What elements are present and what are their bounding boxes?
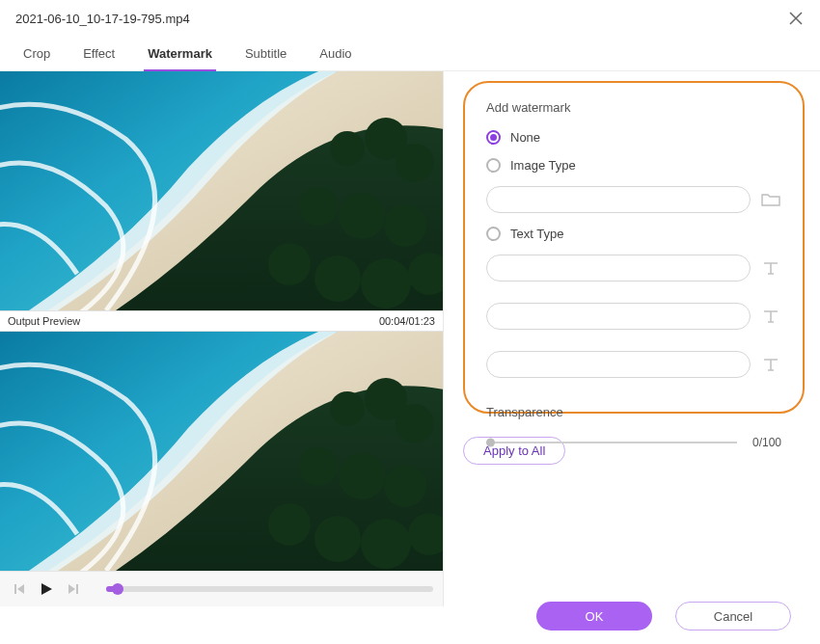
- svg-point-17: [384, 465, 426, 507]
- tab-crop[interactable]: Crop: [21, 40, 52, 70]
- svg-point-16: [339, 453, 385, 499]
- radio-icon: [486, 158, 501, 173]
- transparence-label: Transparence: [486, 405, 781, 419]
- tab-audio[interactable]: Audio: [317, 40, 353, 70]
- folder-icon[interactable]: [760, 190, 781, 209]
- svg-point-6: [384, 204, 426, 247]
- svg-point-1: [330, 131, 365, 166]
- radio-image-label: Image Type: [510, 158, 576, 173]
- text-style-icon[interactable]: [760, 258, 781, 278]
- svg-point-7: [268, 243, 311, 285]
- svg-point-20: [361, 519, 411, 569]
- radio-icon: [486, 227, 501, 241]
- svg-point-9: [361, 258, 411, 309]
- radio-none[interactable]: None: [486, 130, 781, 145]
- output-preview-label: Output Preview: [8, 315, 80, 327]
- radio-text-type[interactable]: Text Type: [486, 227, 781, 241]
- svg-point-3: [396, 144, 434, 182]
- transparence-slider[interactable]: 0/100: [486, 435, 781, 450]
- radio-none-label: None: [510, 130, 540, 145]
- prev-frame-icon[interactable]: [10, 579, 29, 599]
- radio-text-label: Text Type: [510, 227, 563, 241]
- transparence-value: 0/100: [752, 436, 781, 449]
- text-style-icon[interactable]: [760, 355, 781, 374]
- text-field-3[interactable]: [486, 351, 751, 378]
- next-frame-icon[interactable]: [64, 579, 83, 599]
- text-style-icon[interactable]: [760, 307, 781, 326]
- svg-point-8: [314, 255, 361, 302]
- tab-effect[interactable]: Effect: [81, 40, 117, 70]
- window-title: 2021-06-10_10-17-19-795.mp4: [15, 12, 190, 26]
- tab-watermark[interactable]: Watermark: [146, 40, 214, 70]
- ok-button[interactable]: OK: [536, 602, 652, 631]
- svg-point-5: [339, 193, 385, 239]
- editor-tabs: Crop Effect Watermark Subtitle Audio: [0, 35, 820, 71]
- svg-point-18: [268, 503, 311, 546]
- radio-image-type[interactable]: Image Type: [486, 158, 781, 173]
- tab-subtitle[interactable]: Subtitle: [243, 40, 288, 70]
- radio-icon: [486, 130, 501, 145]
- playback-controls: [0, 571, 443, 606]
- timeline-slider[interactable]: [106, 586, 433, 592]
- cancel-button[interactable]: Cancel: [675, 602, 791, 631]
- svg-point-4: [299, 187, 338, 226]
- play-icon[interactable]: [37, 579, 56, 599]
- close-icon[interactable]: [785, 8, 806, 29]
- text-field-2[interactable]: [486, 303, 751, 330]
- svg-point-14: [396, 404, 434, 443]
- image-path-field[interactable]: [486, 186, 751, 213]
- svg-point-19: [314, 516, 361, 562]
- svg-point-15: [299, 447, 338, 486]
- panel-heading: Add watermark: [486, 100, 781, 115]
- watermark-panel: Add watermark None Image Type Text Type: [463, 81, 805, 414]
- text-field-1[interactable]: [486, 255, 751, 282]
- time-display: 00:04/01:23: [379, 315, 435, 327]
- source-preview: [0, 71, 443, 310]
- svg-point-12: [330, 391, 365, 426]
- output-preview: [0, 332, 443, 571]
